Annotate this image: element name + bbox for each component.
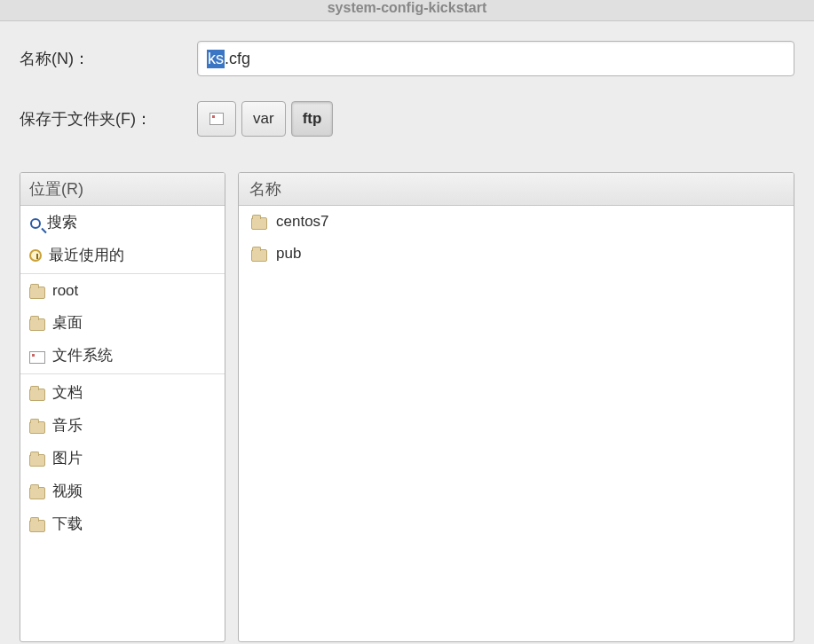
folder-icon [29, 287, 45, 299]
file-row[interactable]: centos7 [239, 206, 794, 238]
place-label: 文档 [52, 382, 83, 403]
place-label: 桌面 [52, 312, 83, 333]
folder-icon [29, 454, 45, 467]
separator [20, 373, 225, 374]
place-documents[interactable]: 文档 [20, 376, 225, 409]
file-name: centos7 [276, 213, 329, 231]
folder-icon [29, 389, 45, 401]
place-music[interactable]: 音乐 [20, 409, 225, 442]
window-title: system-config-kickstart [328, 0, 487, 15]
drive-icon [29, 351, 45, 364]
folder-icon [251, 249, 267, 262]
filename-selected-text: ks [207, 50, 225, 68]
folder-icon [29, 520, 45, 532]
filelist-panel: 名称 centos7 pub [238, 172, 794, 642]
filename-rest-text: .cfg [225, 50, 250, 68]
filename-label: 名称(N)： [20, 48, 197, 69]
file-name: pub [276, 245, 301, 263]
places-header[interactable]: 位置(R) [20, 173, 225, 206]
place-search[interactable]: 搜索 [20, 206, 225, 239]
place-desktop[interactable]: 桌面 [20, 306, 225, 339]
file-row[interactable]: pub [239, 238, 794, 270]
place-label: 图片 [52, 448, 83, 468]
place-label: 最近使用的 [49, 245, 124, 265]
breadcrumb-var-button[interactable]: var [241, 101, 286, 137]
place-label: 视频 [52, 481, 83, 501]
filelist-header[interactable]: 名称 [239, 173, 794, 206]
breadcrumb-root-button[interactable] [197, 101, 236, 137]
breadcrumb-ftp-button[interactable]: ftp [291, 101, 334, 137]
form-area: 名称(N)： ks.cfg 保存于文件夹(F)： var ftp [0, 21, 814, 172]
place-label: 下载 [52, 514, 83, 534]
place-label: 音乐 [52, 415, 83, 436]
separator [20, 273, 225, 274]
column-name-header: 名称 [249, 178, 281, 200]
place-root[interactable]: root [20, 276, 225, 306]
place-downloads[interactable]: 下载 [20, 507, 225, 540]
folder-row: 保存于文件夹(F)： var ftp [20, 101, 794, 137]
panels: 位置(R) 搜索 最近使用的 root 桌面 文件系统 文档 [0, 172, 814, 642]
folder-icon [251, 217, 267, 230]
place-label: root [52, 282, 78, 300]
path-breadcrumb: var ftp [197, 101, 333, 137]
folder-icon [29, 318, 45, 331]
place-label: 搜索 [47, 212, 77, 232]
place-filesystem[interactable]: 文件系统 [20, 339, 225, 372]
place-recent[interactable]: 最近使用的 [20, 239, 225, 271]
place-label: 文件系统 [52, 345, 113, 365]
folder-icon [29, 421, 45, 434]
folder-icon [29, 487, 45, 499]
filename-row: 名称(N)： ks.cfg [20, 41, 794, 76]
window-titlebar: system-config-kickstart [0, 0, 814, 21]
clock-icon [29, 249, 42, 262]
place-pictures[interactable]: 图片 [20, 442, 225, 475]
folder-label: 保存于文件夹(F)： [20, 108, 197, 130]
filename-input[interactable]: ks.cfg [197, 41, 794, 76]
places-panel: 位置(R) 搜索 最近使用的 root 桌面 文件系统 文档 [20, 172, 225, 642]
search-icon [30, 218, 41, 229]
place-videos[interactable]: 视频 [20, 475, 225, 507]
drive-icon [209, 113, 224, 125]
